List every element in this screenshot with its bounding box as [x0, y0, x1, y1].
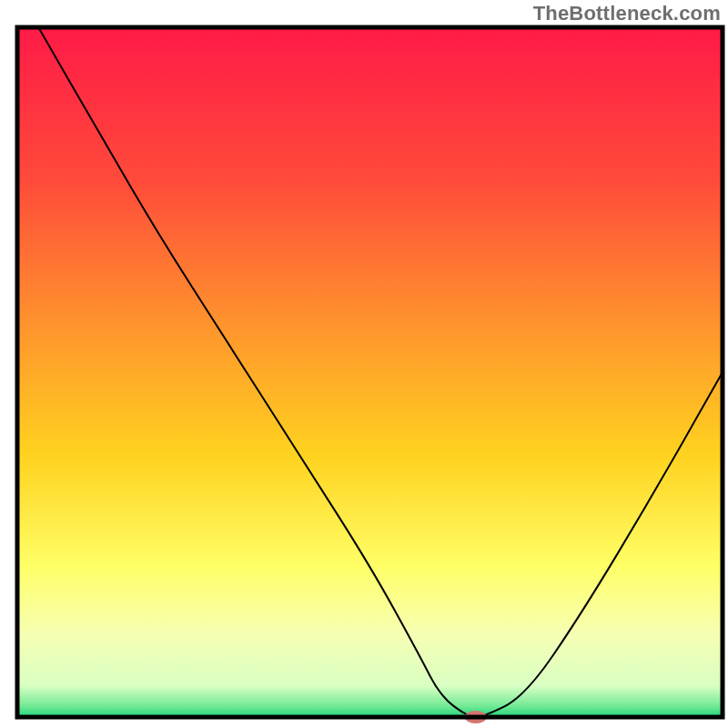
chart-stage: TheBottleneck.com — [0, 0, 728, 728]
gradient-background — [17, 27, 723, 717]
bottleneck-chart — [0, 0, 728, 728]
